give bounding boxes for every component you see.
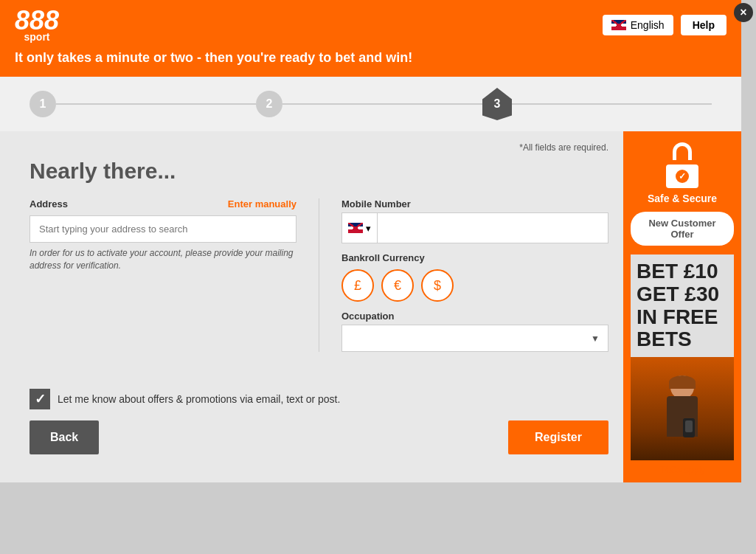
col-divider [319, 198, 319, 352]
mobile-input[interactable]: 07400 123456 [378, 215, 608, 241]
progress-line-2 [282, 103, 482, 105]
lock-shackle [673, 142, 692, 160]
lock-body: ✓ [666, 165, 698, 188]
occupation-select[interactable] [341, 325, 608, 352]
register-button[interactable]: Register [508, 420, 608, 454]
progress-line-3 [512, 103, 712, 105]
close-button[interactable]: × [734, 3, 753, 22]
phone-icon [683, 418, 695, 437]
mobile-label: Mobile Number [341, 198, 608, 210]
lang-label: English [631, 19, 665, 31]
required-note: *All fields are required. [30, 142, 608, 153]
mobile-flag-icon [348, 223, 363, 233]
modal-container: 888 sport English Help It only takes a m… [0, 0, 741, 482]
form-columns: Address Enter manually In order for us t… [30, 198, 608, 352]
flag-dropdown-arrow: ▾ [366, 223, 371, 234]
form-title: Nearly there... [30, 159, 608, 184]
address-col: Address Enter manually In order for us t… [30, 198, 296, 352]
person-hair [669, 375, 696, 389]
logo-888: 888 [15, 7, 59, 34]
header-tagline: It only takes a minute or two - then you… [15, 50, 726, 66]
currency-dollar-btn[interactable]: $ [421, 269, 454, 302]
offers-checkbox[interactable]: ✓ [30, 389, 50, 409]
step-2: 2 [256, 91, 282, 117]
checkbox-row: ✓ Let me know about offers & promotions … [0, 378, 623, 420]
progress-line-1 [56, 103, 256, 105]
checkbox-label: Let me know about offers & promotions vi… [58, 393, 340, 405]
buttons-row: Back Register [0, 420, 623, 469]
occupation-label: Occupation [341, 311, 608, 322]
form-area: *All fields are required. Nearly there..… [0, 131, 623, 482]
enter-manually-link[interactable]: Enter manually [228, 198, 296, 210]
mobile-input-wrapper: ▾ 07400 123456 [341, 212, 608, 243]
promo-line3: IN FREE [637, 306, 728, 329]
promo-line4: BETS [637, 328, 728, 351]
tc-text[interactable]: T&Cs apply [659, 465, 705, 475]
currency-options: £ € $ [341, 269, 608, 302]
header: 888 sport English Help It only takes a m… [0, 0, 741, 77]
form-section: *All fields are required. Nearly there..… [0, 131, 623, 378]
promo-line2: GET £30 [637, 283, 728, 306]
right-panel: ✓ Safe & Secure New Customer Offer BET £… [623, 131, 741, 482]
help-button[interactable]: Help [681, 15, 726, 35]
phone-screen [685, 420, 693, 432]
promo-line1: BET £10 [637, 260, 728, 283]
currency-pound-btn[interactable]: £ [341, 269, 374, 302]
safe-secure-label: Safe & Secure [648, 193, 717, 204]
mobile-col: Mobile Number ▾ 07400 123456 Bankroll Cu… [341, 198, 608, 352]
address-input[interactable] [30, 215, 296, 243]
check-badge: ✓ [676, 170, 689, 183]
check-icon: ✓ [35, 391, 46, 407]
step-3: 3 [482, 88, 512, 120]
address-label: Address [30, 198, 68, 210]
progress-bar: 1 2 3 [0, 77, 741, 131]
back-button[interactable]: Back [30, 420, 99, 454]
main-content: *All fields are required. Nearly there..… [0, 131, 741, 482]
header-top: 888 sport English Help [15, 7, 726, 43]
address-note: In order for us to activate your account… [30, 247, 296, 272]
new-customer-badge: New Customer Offer [631, 212, 734, 246]
flag-select[interactable]: ▾ [342, 213, 378, 243]
currency-euro-btn[interactable]: € [381, 269, 414, 302]
logo: 888 sport [15, 7, 59, 43]
occupation-select-wrapper [341, 325, 608, 352]
promo-text-block: BET £10 GET £30 IN FREE BETS [631, 255, 734, 357]
promo-illustration [631, 357, 734, 460]
lock-icon-container: ✓ [662, 142, 703, 188]
flag-icon [611, 20, 626, 30]
person-silhouette [656, 375, 708, 460]
currency-label: Bankroll Currency [341, 252, 608, 263]
step-1: 1 [30, 91, 56, 117]
header-actions: English Help [603, 15, 726, 35]
language-button[interactable]: English [603, 15, 673, 35]
